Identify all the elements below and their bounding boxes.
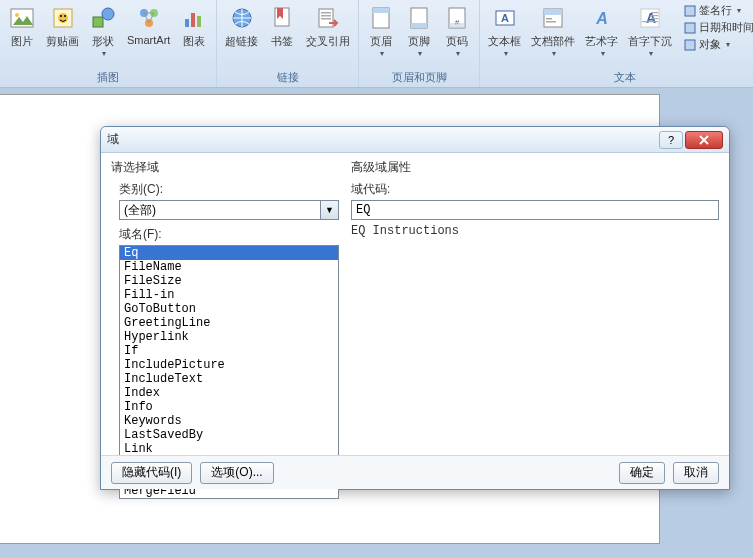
ribbon-button-label: 文本框 xyxy=(488,34,521,49)
svg-rect-39 xyxy=(642,21,658,22)
field-instructions: EQ Instructions xyxy=(351,222,719,240)
ribbon-small-button[interactable]: 签名行▾ xyxy=(682,2,753,19)
ribbon-header-button[interactable]: 页眉▾ xyxy=(363,2,399,60)
chevron-down-icon: ▾ xyxy=(726,40,730,49)
listbox-item[interactable]: Keywords xyxy=(120,414,338,428)
listbox-item[interactable]: IncludePicture xyxy=(120,358,338,372)
ribbon-button-label: 书签 xyxy=(271,34,293,49)
chevron-down-icon: ▾ xyxy=(380,49,384,58)
ribbon-button-label: 页脚 xyxy=(408,34,430,49)
ribbon-quickparts-button[interactable]: 文档部件▾ xyxy=(527,2,579,60)
ribbon-button-label: 页码 xyxy=(446,34,468,49)
ribbon-hyperlink-button[interactable]: 超链接 xyxy=(221,2,262,51)
chevron-down-icon: ▾ xyxy=(737,6,741,15)
ribbon-pagenum-button[interactable]: #页码▾ xyxy=(439,2,475,60)
listbox-item[interactable]: FileSize xyxy=(120,274,338,288)
svg-rect-31 xyxy=(546,18,552,20)
listbox-item[interactable]: Eq xyxy=(120,246,338,260)
ribbon-shapes-button[interactable]: 形状▾ xyxy=(85,2,121,60)
ribbon-group: 超链接书签交叉引用链接 xyxy=(217,0,359,87)
ribbon-picture-button[interactable]: 图片 xyxy=(4,2,40,51)
ribbon-button-label: 艺术字 xyxy=(585,34,618,49)
ribbon-wordart-button[interactable]: A艺术字▾ xyxy=(581,2,622,60)
select-field-label: 请选择域 xyxy=(111,159,339,176)
ribbon-group-label: 文本 xyxy=(484,68,753,87)
cancel-button[interactable]: 取消 xyxy=(673,462,719,484)
titlebar-buttons: ? xyxy=(659,131,723,149)
ribbon-group-label: 页眉和页脚 xyxy=(363,68,475,87)
crossref-icon xyxy=(314,4,342,32)
bookmark-icon xyxy=(268,4,296,32)
hide-codes-button[interactable]: 隐藏代码(I) xyxy=(111,462,192,484)
svg-rect-18 xyxy=(321,15,331,17)
ribbon-clipart-button[interactable]: 剪贴画 xyxy=(42,2,83,51)
svg-rect-13 xyxy=(197,16,201,27)
fieldcode-label: 域代码: xyxy=(351,181,719,198)
svg-rect-41 xyxy=(685,23,695,33)
fieldname-label: 域名(F): xyxy=(119,226,339,243)
chevron-down-icon: ▼ xyxy=(325,205,334,215)
ribbon-chart-button[interactable]: 图表 xyxy=(176,2,212,51)
chevron-down-icon: ▾ xyxy=(552,49,556,58)
small-button-label: 签名行 xyxy=(699,3,732,18)
ribbon-crossref-button[interactable]: 交叉引用 xyxy=(302,2,354,51)
listbox-item[interactable]: Hyperlink xyxy=(120,330,338,344)
svg-rect-21 xyxy=(373,8,389,13)
ribbon-footer-button[interactable]: 页脚▾ xyxy=(401,2,437,60)
wordart-icon: A xyxy=(588,4,616,32)
fieldcode-input[interactable] xyxy=(351,200,719,220)
listbox-item[interactable]: LastSavedBy xyxy=(120,428,338,442)
chevron-down-icon: ▾ xyxy=(601,49,605,58)
options-button[interactable]: 选项(O)... xyxy=(200,462,273,484)
chevron-down-icon: ▾ xyxy=(418,49,422,58)
listbox-item[interactable]: Fill-in xyxy=(120,288,338,302)
dialog-body: 请选择域 类别(C): ▼ 域名(F): EqFileNameFileSizeF… xyxy=(101,153,729,453)
bullet-icon xyxy=(684,5,696,17)
category-dropdown-button[interactable]: ▼ xyxy=(321,200,339,220)
svg-text:A: A xyxy=(501,12,509,24)
ribbon-button-label: SmartArt xyxy=(127,34,170,46)
ribbon-group: A文本框▾文档部件▾A艺术字▾A首字下沉▾签名行▾日期和时间▾对象▾文本 xyxy=(480,0,753,87)
pagenum-icon: # xyxy=(443,4,471,32)
listbox-item[interactable]: Info xyxy=(120,400,338,414)
help-button[interactable]: ? xyxy=(659,131,683,149)
listbox-item[interactable]: Link xyxy=(120,442,338,456)
chevron-down-icon: ▾ xyxy=(102,49,106,58)
svg-rect-26 xyxy=(449,23,465,28)
listbox-item[interactable]: IncludeText xyxy=(120,372,338,386)
svg-rect-30 xyxy=(544,9,562,15)
ribbon-button-label: 图表 xyxy=(183,34,205,49)
bullet-icon xyxy=(684,22,696,34)
listbox-item[interactable]: Index xyxy=(120,386,338,400)
svg-point-7 xyxy=(102,8,114,20)
dialog-left-column: 请选择域 类别(C): ▼ 域名(F): EqFileNameFileSizeF… xyxy=(111,159,339,453)
ribbon-group-label: 插图 xyxy=(4,68,212,87)
category-input[interactable] xyxy=(119,200,321,220)
ribbon-small-button[interactable]: 日期和时间▾ xyxy=(682,19,753,36)
picture-icon xyxy=(8,4,36,32)
header-icon xyxy=(367,4,395,32)
ribbon-smartart-button[interactable]: SmartArt xyxy=(123,2,174,48)
svg-rect-17 xyxy=(321,12,331,14)
ok-button[interactable]: 确定 xyxy=(619,462,665,484)
svg-point-4 xyxy=(60,15,62,17)
ribbon-textbox-button[interactable]: A文本框▾ xyxy=(484,2,525,60)
listbox-item[interactable]: If xyxy=(120,344,338,358)
ribbon-dropcap-button[interactable]: A首字下沉▾ xyxy=(624,2,676,60)
chevron-down-icon: ▾ xyxy=(649,49,653,58)
svg-text:A: A xyxy=(595,10,608,27)
svg-rect-12 xyxy=(191,13,195,27)
ribbon-bookmark-button[interactable]: 书签 xyxy=(264,2,300,51)
chevron-down-icon: ▾ xyxy=(504,49,508,58)
ribbon-button-label: 文档部件 xyxy=(531,34,575,49)
category-combo[interactable]: ▼ xyxy=(119,200,339,220)
listbox-item[interactable]: GoToButton xyxy=(120,302,338,316)
dialog-titlebar[interactable]: 域 ? xyxy=(101,127,729,153)
smartart-icon xyxy=(135,4,163,32)
close-button[interactable] xyxy=(685,131,723,149)
ribbon-group: 图片剪贴画形状▾SmartArt图表插图 xyxy=(0,0,217,87)
listbox-item[interactable]: FileName xyxy=(120,260,338,274)
ribbon-small-button[interactable]: 对象▾ xyxy=(682,36,753,53)
listbox-item[interactable]: GreetingLine xyxy=(120,316,338,330)
ribbon-button-label: 页眉 xyxy=(370,34,392,49)
